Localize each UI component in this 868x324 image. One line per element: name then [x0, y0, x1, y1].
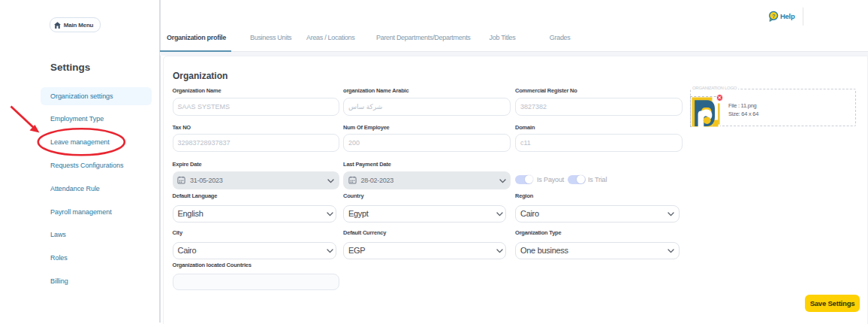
svg-text:?: ?: [772, 13, 776, 20]
